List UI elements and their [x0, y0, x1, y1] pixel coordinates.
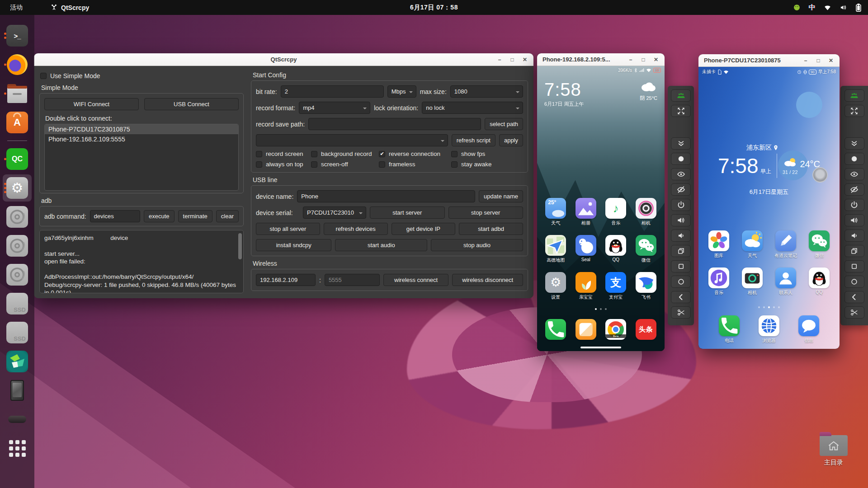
- execute-button[interactable]: execute: [144, 210, 175, 222]
- app-微信[interactable]: 微信: [633, 235, 659, 263]
- start-audio-button[interactable]: start audio: [335, 239, 427, 251]
- max-size-select[interactable]: 1080: [450, 85, 523, 98]
- stop-server-button[interactable]: stop server: [448, 206, 524, 219]
- app-联系人[interactable]: 联系人: [773, 267, 798, 296]
- wifi-connect-button[interactable]: WIFI Connect: [44, 98, 139, 110]
- phone1-screen[interactable]: 396K/s 10 7:58 6月17日 周五上午 阴 25°C 25°天气相册…: [537, 66, 665, 351]
- device-list-item[interactable]: Phone-192.168.2.109:5555: [45, 134, 238, 144]
- checkbox-reverse-connection[interactable]: ✔reverse connection: [379, 150, 451, 157]
- input-method-indicator[interactable]: 中: [809, 3, 816, 12]
- stop-all-server-button[interactable]: stop all server: [256, 223, 320, 235]
- screen-on-button[interactable]: [844, 168, 864, 180]
- app-相机[interactable]: 相机: [740, 267, 765, 296]
- battery-icon[interactable]: [855, 4, 862, 12]
- lock-orientation-select[interactable]: no lock: [422, 102, 523, 114]
- app-menu[interactable]: QtScrcpy: [51, 4, 89, 11]
- app-音乐[interactable]: 音乐: [706, 267, 731, 296]
- volume-icon[interactable]: [840, 4, 847, 11]
- app-微信[interactable]: 微信: [807, 230, 832, 259]
- app-chrome[interactable]: Beta: [603, 319, 628, 340]
- apply-button[interactable]: apply: [499, 134, 523, 146]
- app-支付宝[interactable]: 支支付宝: [603, 272, 628, 300]
- dock-item-disk-3[interactable]: [3, 261, 32, 288]
- wireless-disconnect-button[interactable]: wireless disconnect: [452, 274, 523, 286]
- power-button[interactable]: [844, 199, 864, 211]
- volume-down-button[interactable]: [844, 230, 864, 242]
- dock-item-ssd-1[interactable]: SSD: [3, 290, 32, 317]
- minimize-button[interactable]: –: [495, 55, 505, 65]
- app-天气[interactable]: 天气: [740, 230, 765, 259]
- dock-item-phone-device[interactable]: [3, 377, 32, 404]
- app-sms[interactable]: [573, 319, 599, 340]
- app-Seal[interactable]: Seal: [573, 235, 599, 263]
- checkbox-record-screen[interactable]: record screen: [256, 150, 311, 157]
- log-scrollbar[interactable]: [238, 233, 242, 259]
- app-天气[interactable]: 25°天气: [543, 198, 568, 226]
- expand-fullscreen-button[interactable]: [844, 105, 864, 117]
- clock[interactable]: 6月17日 07：58: [410, 4, 458, 12]
- dock-item-ubuntu-software[interactable]: A: [3, 109, 32, 136]
- activities-button[interactable]: 活动: [0, 0, 33, 15]
- checkbox-show-fps[interactable]: show fps: [451, 150, 523, 157]
- phone2-minimize-button[interactable]: –: [801, 56, 811, 66]
- dock-item-firefox[interactable]: [3, 51, 32, 78]
- checkbox-stay-awake[interactable]: stay awake: [451, 161, 523, 168]
- wireless-connect-button[interactable]: wireless connect: [383, 274, 448, 286]
- collapse-chevrons-button[interactable]: [671, 137, 691, 150]
- android-tray-icon[interactable]: [793, 4, 801, 11]
- record-screen-button[interactable]: [844, 153, 864, 165]
- adb-log-output[interactable]: ga7d65ylnj6xinhm device start server... …: [39, 230, 244, 293]
- bit-rate-input[interactable]: 2: [281, 85, 384, 98]
- checkbox-always-on-top[interactable]: always on top: [256, 161, 311, 168]
- dock-item-ssd-2[interactable]: SSD: [3, 319, 32, 346]
- app-有道云笔记[interactable]: 有道云笔记: [773, 230, 798, 259]
- checkbox-frameless[interactable]: frameless: [379, 161, 451, 168]
- dock-item-terminal[interactable]: >_: [3, 22, 32, 49]
- app-图库[interactable]: 图库: [706, 230, 731, 259]
- dock-item-drive-pill[interactable]: [3, 406, 32, 433]
- start-server-button[interactable]: start server: [370, 206, 445, 219]
- app-电话[interactable]: 电话: [717, 315, 742, 344]
- phone1-home-indicator[interactable]: [580, 347, 621, 348]
- device-list-item[interactable]: Phone-P7CDU17C23010875: [45, 124, 238, 134]
- app-信息[interactable]: 信息: [796, 315, 821, 344]
- app-switch-button[interactable]: [671, 245, 691, 257]
- select-path-button[interactable]: select path: [485, 118, 523, 130]
- wifi-icon[interactable]: [824, 5, 831, 11]
- screen-off-button[interactable]: [844, 183, 864, 196]
- phone1-maximize-button[interactable]: □: [638, 55, 648, 65]
- checkbox-background-record[interactable]: background record: [311, 150, 379, 157]
- phone1-titlebar[interactable]: Phone-192.168.2.109:5... – □ ✕: [537, 53, 665, 66]
- wireless-port-input[interactable]: 5555: [325, 274, 380, 286]
- volume-up-button[interactable]: [671, 214, 691, 226]
- record-screen-button[interactable]: [671, 153, 691, 165]
- app-QQ[interactable]: QQ: [603, 235, 628, 263]
- group-control-button[interactable]: [844, 89, 864, 102]
- volume-up-button[interactable]: [844, 214, 864, 226]
- adb-command-input[interactable]: devices: [90, 210, 140, 222]
- back-button[interactable]: [671, 291, 691, 303]
- app-switch-button[interactable]: [844, 245, 864, 257]
- assistive-ball[interactable]: [812, 167, 828, 183]
- app-QQ[interactable]: QQ: [807, 267, 832, 296]
- menu-button[interactable]: [844, 260, 864, 272]
- usb-connect-button[interactable]: USB Connect: [144, 98, 239, 110]
- phone2-maximize-button[interactable]: □: [813, 56, 823, 66]
- app-相册[interactable]: 相册: [573, 198, 599, 226]
- collapse-chevrons-button[interactable]: [844, 137, 864, 150]
- dock-item-settings[interactable]: ⚙: [3, 174, 32, 202]
- script-select[interactable]: [256, 134, 448, 146]
- app-亲宝宝[interactable]: 亲宝宝: [573, 272, 599, 300]
- screen-on-button[interactable]: [671, 168, 691, 180]
- update-name-button[interactable]: update name: [479, 190, 523, 202]
- start-adbd-button[interactable]: start adbd: [459, 223, 523, 235]
- checkbox-screen-off[interactable]: screen-off: [311, 161, 379, 168]
- phone2-close-button[interactable]: ✕: [826, 56, 836, 66]
- install-sndcpy-button[interactable]: install sndcpy: [256, 239, 331, 251]
- qtscrcpy-titlebar[interactable]: QtScrcpy – □ ✕: [34, 53, 533, 66]
- refresh-devices-button[interactable]: refresh devices: [324, 223, 388, 235]
- app-音乐[interactable]: ♪音乐: [603, 198, 628, 226]
- device-name-input[interactable]: Phone: [297, 190, 475, 202]
- menu-button[interactable]: [671, 260, 691, 272]
- back-button[interactable]: [844, 291, 864, 303]
